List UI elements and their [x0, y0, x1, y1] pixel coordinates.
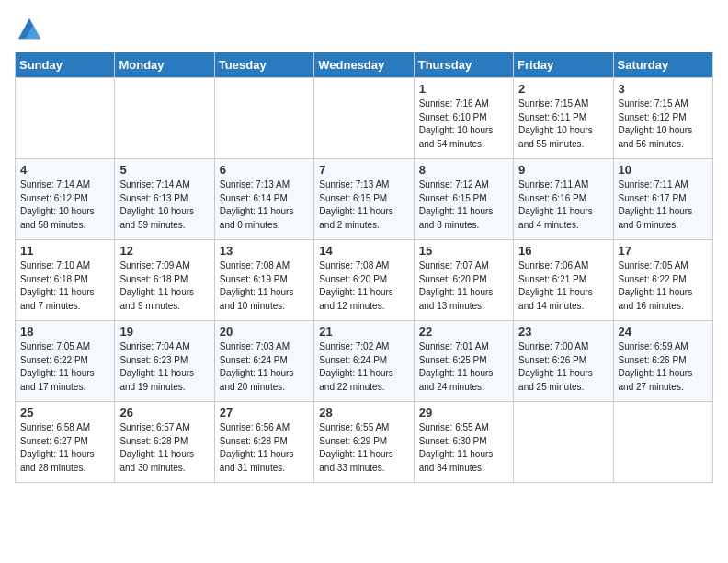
calendar-header-wednesday: Wednesday — [314, 52, 414, 78]
calendar-cell: 4Sunrise: 7:14 AMSunset: 6:12 PMDaylight… — [16, 159, 115, 240]
day-info: Sunrise: 6:57 AMSunset: 6:28 PMDaylight:… — [119, 421, 209, 475]
day-info: Sunrise: 7:05 AMSunset: 6:22 PMDaylight:… — [619, 259, 708, 313]
day-info: Sunrise: 7:09 AMSunset: 6:18 PMDaylight:… — [119, 259, 209, 313]
day-info: Sunrise: 7:15 AMSunset: 6:11 PMDaylight:… — [518, 98, 608, 151]
calendar-cell: 12Sunrise: 7:09 AMSunset: 6:18 PMDayligh… — [115, 240, 214, 321]
calendar-header-tuesday: Tuesday — [214, 52, 313, 78]
calendar-cell: 10Sunrise: 7:11 AMSunset: 6:17 PMDayligh… — [613, 159, 712, 240]
calendar-cell: 19Sunrise: 7:04 AMSunset: 6:23 PMDayligh… — [115, 321, 214, 402]
calendar-cell: 26Sunrise: 6:57 AMSunset: 6:28 PMDayligh… — [115, 402, 214, 483]
day-number: 2 — [518, 82, 608, 96]
day-number: 16 — [518, 244, 608, 258]
day-number: 8 — [419, 163, 508, 177]
day-number: 1 — [419, 82, 508, 96]
calendar-week-4: 18Sunrise: 7:05 AMSunset: 6:22 PMDayligh… — [16, 321, 713, 402]
calendar-cell: 13Sunrise: 7:08 AMSunset: 6:19 PMDayligh… — [214, 240, 313, 321]
day-number: 14 — [319, 244, 408, 258]
day-info: Sunrise: 7:05 AMSunset: 6:22 PMDaylight:… — [20, 340, 109, 394]
day-info: Sunrise: 7:00 AMSunset: 6:26 PMDaylight:… — [518, 340, 608, 394]
calendar-cell: 16Sunrise: 7:06 AMSunset: 6:21 PMDayligh… — [514, 240, 613, 321]
day-info: Sunrise: 7:03 AMSunset: 6:24 PMDaylight:… — [220, 340, 309, 394]
calendar-week-3: 11Sunrise: 7:10 AMSunset: 6:18 PMDayligh… — [16, 240, 713, 321]
day-number: 27 — [220, 406, 309, 419]
day-number: 23 — [518, 325, 608, 339]
calendar-cell: 15Sunrise: 7:07 AMSunset: 6:20 PMDayligh… — [414, 240, 513, 321]
calendar-cell: 17Sunrise: 7:05 AMSunset: 6:22 PMDayligh… — [613, 240, 712, 321]
calendar-cell — [115, 78, 214, 159]
day-number: 29 — [419, 406, 508, 419]
calendar-cell — [514, 402, 613, 483]
day-number: 12 — [119, 244, 209, 258]
day-info: Sunrise: 6:55 AMSunset: 6:29 PMDaylight:… — [319, 421, 408, 475]
calendar-cell: 24Sunrise: 6:59 AMSunset: 6:26 PMDayligh… — [613, 321, 712, 402]
calendar-cell: 8Sunrise: 7:12 AMSunset: 6:15 PMDaylight… — [414, 159, 513, 240]
day-number: 24 — [619, 325, 708, 339]
day-info: Sunrise: 7:08 AMSunset: 6:20 PMDaylight:… — [319, 259, 408, 313]
calendar-cell: 21Sunrise: 7:02 AMSunset: 6:24 PMDayligh… — [314, 321, 414, 402]
calendar-cell: 14Sunrise: 7:08 AMSunset: 6:20 PMDayligh… — [314, 240, 414, 321]
calendar-header-sunday: Sunday — [16, 52, 115, 78]
calendar-cell: 2Sunrise: 7:15 AMSunset: 6:11 PMDaylight… — [514, 78, 613, 159]
logo — [15, 15, 42, 40]
day-info: Sunrise: 7:14 AMSunset: 6:13 PMDaylight:… — [119, 178, 209, 232]
day-number: 22 — [419, 325, 508, 339]
calendar-cell: 5Sunrise: 7:14 AMSunset: 6:13 PMDaylight… — [115, 159, 214, 240]
calendar-cell: 18Sunrise: 7:05 AMSunset: 6:22 PMDayligh… — [16, 321, 115, 402]
day-number: 4 — [20, 163, 109, 177]
calendar-header-saturday: Saturday — [613, 52, 712, 78]
calendar-week-1: 1Sunrise: 7:16 AMSunset: 6:10 PMDaylight… — [16, 78, 713, 159]
day-number: 7 — [319, 163, 408, 177]
day-info: Sunrise: 7:14 AMSunset: 6:12 PMDaylight:… — [20, 178, 109, 232]
calendar-cell: 22Sunrise: 7:01 AMSunset: 6:25 PMDayligh… — [414, 321, 513, 402]
day-number: 5 — [119, 163, 209, 177]
day-info: Sunrise: 7:10 AMSunset: 6:18 PMDaylight:… — [20, 259, 109, 313]
day-number: 21 — [319, 325, 408, 339]
page-header — [15, 15, 713, 40]
day-number: 17 — [619, 244, 708, 258]
day-number: 15 — [419, 244, 508, 258]
calendar-cell: 11Sunrise: 7:10 AMSunset: 6:18 PMDayligh… — [16, 240, 115, 321]
calendar-header-row: SundayMondayTuesdayWednesdayThursdayFrid… — [16, 52, 713, 78]
day-number: 25 — [20, 406, 109, 419]
logo-icon — [17, 15, 42, 40]
calendar-week-2: 4Sunrise: 7:14 AMSunset: 6:12 PMDaylight… — [16, 159, 713, 240]
day-info: Sunrise: 6:59 AMSunset: 6:26 PMDaylight:… — [619, 340, 708, 394]
calendar-header-friday: Friday — [514, 52, 613, 78]
day-info: Sunrise: 7:15 AMSunset: 6:12 PMDaylight:… — [619, 98, 708, 151]
calendar-cell: 3Sunrise: 7:15 AMSunset: 6:12 PMDaylight… — [613, 78, 712, 159]
calendar-cell: 28Sunrise: 6:55 AMSunset: 6:29 PMDayligh… — [314, 402, 414, 483]
day-number: 18 — [20, 325, 109, 339]
day-info: Sunrise: 7:16 AMSunset: 6:10 PMDaylight:… — [419, 98, 508, 151]
day-info: Sunrise: 7:01 AMSunset: 6:25 PMDaylight:… — [419, 340, 508, 394]
day-info: Sunrise: 7:06 AMSunset: 6:21 PMDaylight:… — [518, 259, 608, 313]
day-info: Sunrise: 7:13 AMSunset: 6:14 PMDaylight:… — [220, 178, 309, 232]
day-info: Sunrise: 6:55 AMSunset: 6:30 PMDaylight:… — [419, 421, 508, 475]
day-number: 11 — [20, 244, 109, 258]
calendar-cell: 20Sunrise: 7:03 AMSunset: 6:24 PMDayligh… — [214, 321, 313, 402]
day-info: Sunrise: 7:13 AMSunset: 6:15 PMDaylight:… — [319, 178, 408, 232]
calendar-cell: 27Sunrise: 6:56 AMSunset: 6:28 PMDayligh… — [214, 402, 313, 483]
day-number: 26 — [119, 406, 209, 419]
calendar-cell: 23Sunrise: 7:00 AMSunset: 6:26 PMDayligh… — [514, 321, 613, 402]
calendar-cell: 25Sunrise: 6:58 AMSunset: 6:27 PMDayligh… — [16, 402, 115, 483]
day-info: Sunrise: 6:58 AMSunset: 6:27 PMDaylight:… — [20, 421, 109, 475]
day-number: 19 — [119, 325, 209, 339]
day-number: 28 — [319, 406, 408, 419]
day-number: 10 — [619, 163, 708, 177]
calendar-cell: 9Sunrise: 7:11 AMSunset: 6:16 PMDaylight… — [514, 159, 613, 240]
calendar-cell — [613, 402, 712, 483]
calendar-cell: 6Sunrise: 7:13 AMSunset: 6:14 PMDaylight… — [214, 159, 313, 240]
day-number: 3 — [619, 82, 708, 96]
calendar-header-monday: Monday — [115, 52, 214, 78]
day-number: 9 — [518, 163, 608, 177]
day-info: Sunrise: 7:04 AMSunset: 6:23 PMDaylight:… — [119, 340, 209, 394]
calendar-cell — [16, 78, 115, 159]
calendar-header-thursday: Thursday — [414, 52, 513, 78]
calendar-cell: 29Sunrise: 6:55 AMSunset: 6:30 PMDayligh… — [414, 402, 513, 483]
day-info: Sunrise: 6:56 AMSunset: 6:28 PMDaylight:… — [220, 421, 309, 475]
calendar-table: SundayMondayTuesdayWednesdayThursdayFrid… — [15, 52, 713, 483]
day-info: Sunrise: 7:11 AMSunset: 6:16 PMDaylight:… — [518, 178, 608, 232]
day-number: 6 — [220, 163, 309, 177]
calendar-week-5: 25Sunrise: 6:58 AMSunset: 6:27 PMDayligh… — [16, 402, 713, 483]
day-info: Sunrise: 7:08 AMSunset: 6:19 PMDaylight:… — [220, 259, 309, 313]
